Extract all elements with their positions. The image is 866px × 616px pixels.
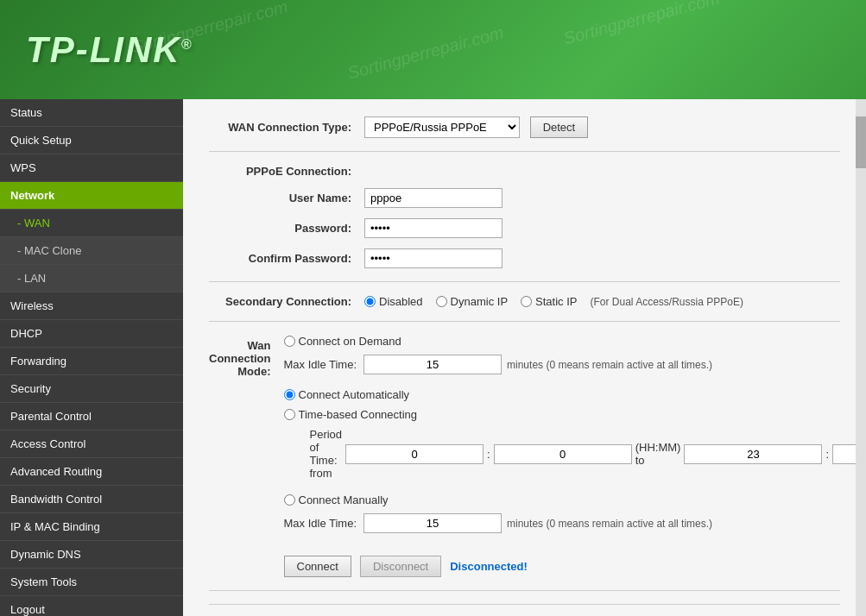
- max-idle-label1: Max Idle Time:: [284, 358, 357, 371]
- max-idle-row1: Max Idle Time: minutes (0 means remain a…: [284, 355, 867, 374]
- secondary-static-ip-item: Static IP: [521, 295, 577, 308]
- secondary-note: (For Dual Access/Russia PPPoE): [590, 296, 743, 308]
- wan-connection-type-select[interactable]: PPPoE/Russia PPPoE: [364, 116, 520, 138]
- footer-buttons: Save Advanced: [209, 604, 840, 616]
- sidebar-item-wan[interactable]: - WAN: [0, 210, 183, 237]
- confirm-password-value: [364, 248, 840, 268]
- logo-text: TP-LINK: [26, 29, 181, 70]
- connect-automatically-radio[interactable]: [284, 389, 295, 400]
- connect-automatically-item: Connect Automatically: [284, 388, 867, 401]
- sidebar-item-lan[interactable]: - LAN: [0, 265, 183, 292]
- password-value: [364, 218, 840, 238]
- wan-connection-mode-label: Wan Connection Mode:: [209, 335, 284, 378]
- secondary-connection-label: Secondary Connection:: [209, 295, 364, 308]
- secondary-dynamic-ip-label: Dynamic IP: [451, 295, 508, 308]
- sidebar-item-system-tools[interactable]: System Tools: [0, 569, 183, 596]
- sidebar-item-advanced-routing[interactable]: Advanced Routing: [0, 458, 183, 486]
- time-based-connecting-item: Time-based Connecting: [284, 408, 867, 421]
- confirm-password-input[interactable]: [364, 248, 503, 268]
- username-row: User Name:: [209, 188, 840, 208]
- password-input[interactable]: [364, 218, 503, 238]
- secondary-connection-row: Secondary Connection: Disabled Dynamic I…: [209, 295, 840, 308]
- colon1: :: [487, 448, 490, 461]
- sidebar-item-wps[interactable]: WPS: [0, 154, 183, 182]
- sidebar-item-security[interactable]: Security: [0, 375, 183, 403]
- disconnect-button[interactable]: Disconnect: [360, 556, 441, 577]
- wan-connection-mode-row: Wan Connection Mode: Connect on Demand M…: [209, 335, 840, 577]
- connect-manually-item: Connect Manually: [284, 493, 867, 506]
- connect-manually-radio[interactable]: [284, 494, 295, 506]
- username-input[interactable]: [364, 188, 503, 208]
- pppoe-connection-label: PPPoE Connection:: [209, 165, 364, 178]
- secondary-disabled-radio[interactable]: [364, 296, 376, 307]
- hhmm1: (HH:MM) to: [635, 441, 681, 467]
- confirm-password-label: Confirm Password:: [209, 252, 364, 265]
- logo: TP-LINK®: [26, 29, 193, 71]
- time-based-label: Time-based Connecting: [299, 408, 418, 421]
- header: TP-LINK® Sortingperrepair.com Sortingper…: [0, 0, 866, 99]
- sidebar-item-access-control[interactable]: Access Control: [0, 431, 183, 458]
- secondary-radio-group: Disabled Dynamic IP Static IP (For Dual …: [364, 295, 840, 308]
- period-from-hour[interactable]: [345, 444, 484, 464]
- sidebar: Status Quick Setup WPS Network - WAN - M…: [0, 99, 183, 616]
- connect-on-demand-item: Connect on Demand: [284, 335, 867, 348]
- secondary-static-ip-label: Static IP: [535, 295, 577, 308]
- secondary-connection-value: Disabled Dynamic IP Static IP (For Dual …: [364, 295, 840, 308]
- connection-buttons: Connect Disconnect Disconnected!: [284, 556, 867, 577]
- time-range-row: Period of Time: from : (HH:MM) to : (HH:…: [310, 428, 867, 480]
- sidebar-item-mac-clone[interactable]: - MAC Clone: [0, 237, 183, 265]
- sidebar-item-dhcp[interactable]: DHCP: [0, 320, 183, 348]
- sidebar-item-status[interactable]: Status: [0, 99, 183, 127]
- sidebar-item-bandwidth-control[interactable]: Bandwidth Control: [0, 486, 183, 513]
- secondary-static-ip-radio[interactable]: [521, 296, 532, 307]
- max-idle-row2: Max Idle Time: minutes (0 means remain a…: [284, 513, 867, 533]
- detect-button[interactable]: Detect: [530, 116, 589, 138]
- max-idle-note2: minutes (0 means remain active at all ti…: [507, 518, 712, 530]
- wan-connection-type-row: WAN Connection Type: PPPoE/Russia PPPoE …: [209, 116, 840, 138]
- sidebar-item-logout[interactable]: Logout: [0, 596, 183, 616]
- period-from-label: Period of Time: from: [310, 428, 343, 480]
- scrollbar-thumb[interactable]: [856, 116, 866, 168]
- scrollbar-track[interactable]: [856, 99, 866, 616]
- password-row: Password:: [209, 218, 840, 238]
- sidebar-item-network[interactable]: Network: [0, 182, 183, 210]
- time-based-radio[interactable]: [284, 409, 295, 420]
- status-text: Disconnected!: [450, 560, 528, 573]
- secondary-dynamic-ip-item: Dynamic IP: [436, 295, 508, 308]
- connect-automatically-label: Connect Automatically: [299, 388, 410, 401]
- max-idle-label2: Max Idle Time:: [284, 517, 357, 530]
- sidebar-item-wireless[interactable]: Wireless: [0, 292, 183, 320]
- colon2: :: [825, 448, 829, 461]
- username-label: User Name:: [209, 192, 364, 204]
- username-value: [364, 188, 840, 208]
- logo-reg: ®: [181, 37, 193, 52]
- wan-mode-options: Connect on Demand Max Idle Time: minutes…: [284, 335, 867, 577]
- max-idle-input1[interactable]: [363, 355, 502, 374]
- sidebar-item-forwarding[interactable]: Forwarding: [0, 348, 183, 375]
- main-container: Status Quick Setup WPS Network - WAN - M…: [0, 99, 866, 616]
- period-to-hour[interactable]: [684, 444, 822, 464]
- sidebar-item-parental-control[interactable]: Parental Control: [0, 403, 183, 431]
- pppoe-connection-row: PPPoE Connection:: [209, 165, 840, 178]
- confirm-password-row: Confirm Password:: [209, 248, 840, 268]
- secondary-disabled-label: Disabled: [379, 295, 423, 308]
- content-inner: WAN Connection Type: PPPoE/Russia PPPoE …: [183, 99, 866, 616]
- connect-on-demand-label: Connect on Demand: [299, 335, 401, 348]
- max-idle-note1: minutes (0 means remain active at all ti…: [507, 359, 712, 371]
- period-from-minute[interactable]: [494, 444, 632, 464]
- max-idle-input2[interactable]: [363, 513, 502, 533]
- sidebar-item-dynamic-dns[interactable]: Dynamic DNS: [0, 541, 183, 569]
- connect-manually-label: Connect Manually: [299, 493, 389, 506]
- connect-on-demand-radio[interactable]: [284, 336, 295, 347]
- sidebar-item-quick-setup[interactable]: Quick Setup: [0, 127, 183, 154]
- password-label: Password:: [209, 222, 364, 235]
- wan-connection-type-value: PPPoE/Russia PPPoE Detect: [364, 116, 840, 138]
- secondary-disabled-item: Disabled: [364, 295, 423, 308]
- wan-connection-type-label: WAN Connection Type:: [209, 121, 364, 134]
- connect-button[interactable]: Connect: [284, 556, 351, 577]
- secondary-dynamic-ip-radio[interactable]: [436, 296, 447, 307]
- content-area: WAN Connection Type: PPPoE/Russia PPPoE …: [183, 99, 866, 616]
- sidebar-item-ip-mac-binding[interactable]: IP & MAC Binding: [0, 513, 183, 541]
